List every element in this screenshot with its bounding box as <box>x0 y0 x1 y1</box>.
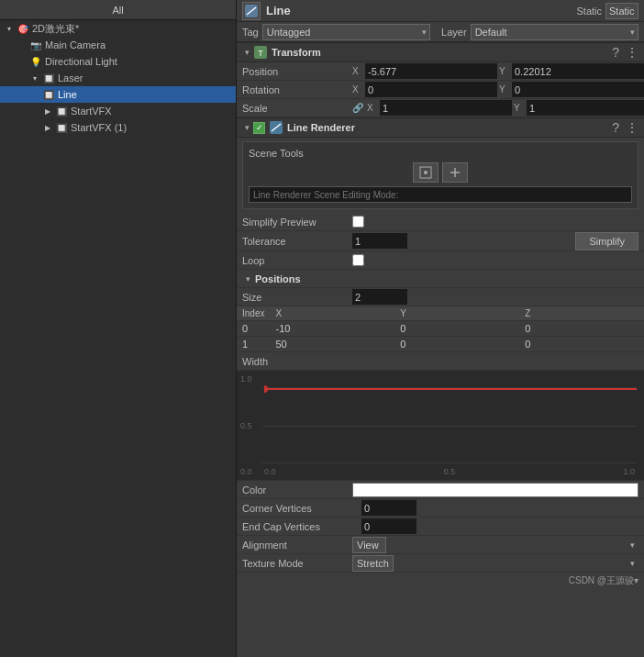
pos-y-1-input[interactable] <box>400 339 514 350</box>
positions-label: Positions <box>255 273 301 284</box>
rotation-y-input[interactable] <box>512 82 644 97</box>
transform-section-header[interactable]: ▾ T Transform ? ⋮ <box>237 42 644 62</box>
edit-points-icon <box>419 166 432 179</box>
tree-item-main-camera[interactable]: 📷 Main Camera <box>0 37 236 53</box>
texture-mode-select[interactable]: Stretch Tile <box>352 555 394 572</box>
scale-x-input[interactable] <box>380 100 512 116</box>
width-label: Width <box>242 356 268 367</box>
positions-header[interactable]: ▾ Positions <box>237 270 644 288</box>
line-renderer-section-header[interactable]: ▾ ✓ Line Renderer ? ⋮ <box>237 117 644 138</box>
tolerance-input[interactable] <box>352 233 407 249</box>
svg-point-11 <box>264 385 268 393</box>
end-cap-vertices-row: End Cap Vertices <box>237 518 644 536</box>
positions-arrow[interactable]: ▾ <box>242 273 253 284</box>
position-x-input[interactable] <box>365 63 497 79</box>
cell-x-0[interactable] <box>270 321 394 337</box>
pos-x-1-input[interactable] <box>275 339 389 350</box>
tag-select-wrapper: Untagged <box>262 24 430 40</box>
texture-mode-label: Texture Mode <box>242 558 352 569</box>
lr-enable-checkbox[interactable]: ✓ <box>253 122 265 134</box>
cell-y-0[interactable] <box>394 321 519 337</box>
position-label: Position <box>242 66 352 77</box>
y-axis-label: Y <box>499 66 510 76</box>
simplify-button[interactable]: Simplify <box>575 232 638 251</box>
pos-x-0-input[interactable] <box>275 323 389 334</box>
cell-z-1[interactable] <box>519 337 644 352</box>
tree-item-startvfx1[interactable]: ▶ 🔲 StartVFX (1) <box>0 119 236 136</box>
transform-help-btn[interactable]: ? <box>610 46 621 59</box>
svg-point-7 <box>424 171 427 174</box>
tag-select[interactable]: Untagged <box>262 24 430 40</box>
csdn-watermark: CSDN @王源骏▾ <box>569 574 638 587</box>
static-dropdown[interactable]: Static <box>605 3 638 19</box>
gameobject-icon: 🔲 <box>42 88 55 101</box>
corner-vertices-input[interactable] <box>361 500 416 516</box>
curve-y-labels: 1.0 0.5 0.0 <box>240 371 252 480</box>
curve-x-labels: 0.0 0.5 1.0 <box>264 467 635 476</box>
end-cap-vertices-input[interactable] <box>361 518 416 534</box>
left-panel: All ▾ 🎯 2D激光束* 📷 Main Camera 💡 Direction… <box>0 0 237 657</box>
y-axis-label: Y <box>499 84 510 95</box>
lr-collapse-arrow[interactable]: ▾ <box>240 121 253 134</box>
camera-icon: 📷 <box>29 39 42 51</box>
rotation-x-input[interactable] <box>365 82 497 97</box>
simplify-preview-row: Simplify Preview <box>237 213 644 231</box>
tree-label: Line <box>58 89 77 100</box>
texture-select-wrapper: Stretch Tile ▾ <box>352 555 638 572</box>
width-curve-area[interactable]: 1.0 0.5 0.0 0.0 0.5 1.0 <box>237 371 644 481</box>
lr-help-btn[interactable]: ? <box>610 121 621 134</box>
tolerance-row: Tolerance Simplify <box>237 231 644 251</box>
cell-z-0[interactable] <box>519 321 644 337</box>
line-component-icon <box>245 5 258 17</box>
svg-text:T: T <box>258 49 263 58</box>
tree-item-directional-light[interactable]: 💡 Directional Light <box>0 53 236 70</box>
watermark-row: CSDN @王源骏▾ <box>237 573 644 589</box>
size-input[interactable] <box>352 289 407 305</box>
alignment-select[interactable]: View Local <box>352 537 386 553</box>
corner-vertices-label: Corner Vertices <box>242 503 361 514</box>
hierarchy-title: All <box>4 5 232 16</box>
gameobject-icon: 🔲 <box>42 72 55 84</box>
scale-label: Scale <box>242 103 352 114</box>
scene-tools-box: Scene Tools <box>242 141 638 209</box>
curve-y-top: 1.0 <box>240 374 252 384</box>
cell-index-1: 1 <box>237 337 270 352</box>
lr-menu-btn[interactable]: ⋮ <box>624 121 640 134</box>
tree-item-laser[interactable]: ▾ 🔲 Laser <box>0 70 236 86</box>
alignment-row: Alignment View Local ▾ <box>237 536 644 554</box>
tree-arrow: ▶ <box>42 106 53 117</box>
corner-vertices-row: Corner Vertices <box>237 499 644 518</box>
pos-z-0-input[interactable] <box>525 323 638 334</box>
simplify-preview-checkbox[interactable] <box>352 216 364 228</box>
alignment-select-wrapper: View Local ▾ <box>352 537 638 553</box>
scene-editing-mode-input <box>249 186 632 203</box>
cell-y-1[interactable] <box>394 337 519 352</box>
scale-row: Scale 🔗 X Y Z <box>237 99 644 117</box>
tree-item-line[interactable]: 🔲 Line <box>0 86 236 103</box>
transform-collapse-arrow[interactable]: ▾ <box>240 46 253 59</box>
color-swatch[interactable] <box>352 483 638 497</box>
tree-label: Laser <box>58 72 83 84</box>
scale-link-icon: 🔗 <box>352 103 363 113</box>
size-label: Size <box>242 292 352 303</box>
tree-item-startvfx[interactable]: ▶ 🔲 StartVFX <box>0 103 236 119</box>
component-name: Line <box>266 4 576 17</box>
hierarchy-header: All <box>0 0 236 20</box>
position-y-input[interactable] <box>512 63 644 79</box>
positions-table: Index X Y Z 0 1 <box>237 306 644 352</box>
col-header-index: Index <box>237 306 270 321</box>
rotation-label: Rotation <box>242 84 352 95</box>
tree-label: Main Camera <box>45 39 105 50</box>
transform-menu-btn[interactable]: ⋮ <box>624 46 640 59</box>
scene-tool-btn-1[interactable] <box>413 162 439 183</box>
scene-tools-title: Scene Tools <box>249 148 632 159</box>
scale-y-input[interactable] <box>527 100 644 116</box>
pos-y-0-input[interactable] <box>400 323 514 334</box>
loop-checkbox[interactable] <box>352 254 364 266</box>
pos-z-1-input[interactable] <box>525 339 638 350</box>
layer-select[interactable]: Default <box>471 24 638 40</box>
scene-tool-btn-2[interactable] <box>442 162 468 183</box>
tree-item-2d-laser[interactable]: ▾ 🎯 2D激光束* <box>0 20 236 37</box>
cell-x-1[interactable] <box>270 337 394 352</box>
x-axis-label: X <box>352 84 363 95</box>
